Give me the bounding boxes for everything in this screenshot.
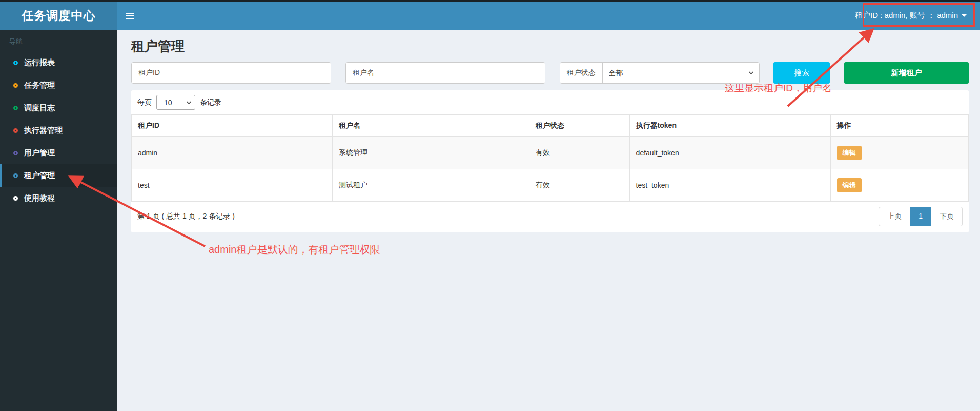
sidebar-item-tenant-management[interactable]: 租户管理 (0, 164, 117, 187)
tenant-status-label: 租户状态 (560, 63, 603, 83)
chevron-down-icon (962, 14, 967, 17)
circle-icon (13, 83, 18, 88)
user-menu[interactable]: 租户ID : admin, 账号 ： admin (855, 2, 967, 30)
page-size-prefix: 每页 (137, 98, 152, 107)
sidebar: 导航 运行报表 任务管理 调度日志 执行器管理 用户管理 租户管理 使用教程 (0, 30, 117, 411)
edit-button[interactable]: 编辑 (837, 178, 862, 192)
sidebar-item-executor-management[interactable]: 执行器管理 (0, 119, 117, 142)
column-header-tenant-name: 租户名 (332, 115, 529, 137)
cell-tenant-status: 有效 (529, 137, 629, 169)
table-panel: 每页 10 条记录 租户ID 租户名 租户状态 执行器token 操作 (131, 90, 969, 232)
cell-executor-token: default_token (629, 137, 830, 169)
next-page-button[interactable]: 下页 (931, 207, 963, 226)
circle-icon (13, 106, 18, 110)
cell-tenant-name: 测试租户 (332, 169, 529, 202)
main-content: 租户管理 租户ID 租户名 租户状态 全部 搜索 新增租户 每页 (117, 37, 980, 232)
page-size-toolbar: 每页 10 条记录 (131, 90, 969, 114)
cell-tenant-status: 有效 (529, 169, 629, 202)
filter-row: 租户ID 租户名 租户状态 全部 搜索 新增租户 (131, 62, 969, 84)
column-header-actions: 操作 (830, 115, 968, 137)
tenant-id-filter-group: 租户ID (131, 62, 331, 84)
sidebar-section-label: 导航 (0, 30, 117, 51)
add-tenant-button[interactable]: 新增租户 (844, 62, 969, 84)
circle-icon (13, 173, 18, 178)
sidebar-item-user-management[interactable]: 用户管理 (0, 142, 117, 164)
pagination: 上页 1 下页 (879, 207, 963, 226)
user-info-text: 租户ID : admin, 账号 ： admin (855, 11, 958, 21)
sidebar-item-label: 任务管理 (24, 81, 55, 90)
table-footer: 第 1 页 ( 总共 1 页，2 条记录 ) 上页 1 下页 (131, 202, 969, 232)
navbar: 租户ID : admin, 账号 ： admin (117, 2, 980, 30)
sidebar-item-label: 执行器管理 (24, 126, 63, 135)
circle-icon (13, 128, 18, 133)
table-row: test 测试租户 有效 test_token 编辑 (132, 169, 969, 202)
annotation-note-bottom: admin租户是默认的，有租户管理权限 (209, 243, 380, 257)
sidebar-item-label: 运行报表 (24, 58, 55, 68)
tenant-name-label: 租户名 (346, 63, 381, 83)
sidebar-item-tutorial[interactable]: 使用教程 (0, 187, 117, 209)
circle-icon (13, 196, 18, 201)
sidebar-toggle-icon[interactable] (126, 6, 146, 26)
tenant-status-select[interactable]: 全部 (603, 63, 759, 83)
cell-tenant-id: test (132, 169, 333, 202)
tenant-id-input[interactable] (167, 63, 331, 83)
edit-button[interactable]: 编辑 (837, 146, 862, 160)
cell-tenant-id: admin (132, 137, 333, 169)
sidebar-item-job-management[interactable]: 任务管理 (0, 74, 117, 96)
cell-executor-token: test_token (629, 169, 830, 202)
pagination-summary: 第 1 页 ( 总共 1 页，2 条记录 ) (137, 212, 235, 221)
sidebar-item-run-report[interactable]: 运行报表 (0, 51, 117, 74)
circle-icon (13, 151, 18, 155)
page-size-select[interactable]: 10 (156, 95, 195, 110)
sidebar-item-schedule-log[interactable]: 调度日志 (0, 96, 117, 119)
tenant-name-filter-group: 租户名 (345, 62, 545, 84)
page-size-suffix: 条记录 (200, 98, 221, 107)
sidebar-item-label: 用户管理 (24, 148, 55, 158)
page-1-button[interactable]: 1 (910, 207, 931, 226)
search-button[interactable]: 搜索 (773, 62, 830, 84)
circle-icon (13, 61, 18, 65)
tenant-name-input[interactable] (381, 63, 545, 83)
app-logo: 任务调度中心 (0, 2, 117, 30)
cell-tenant-name: 系统管理 (332, 137, 529, 169)
header: 任务调度中心 租户ID : admin, 账号 ： admin (0, 2, 980, 30)
tenant-status-filter-group: 租户状态 全部 (560, 62, 760, 84)
tenant-table: 租户ID 租户名 租户状态 执行器token 操作 admin 系统管理 有效 … (131, 114, 969, 202)
column-header-tenant-status: 租户状态 (529, 115, 629, 137)
sidebar-item-label: 调度日志 (24, 103, 55, 113)
tenant-id-label: 租户ID (132, 63, 167, 83)
column-header-executor-token: 执行器token (629, 115, 830, 137)
column-header-tenant-id: 租户ID (132, 115, 333, 137)
sidebar-item-label: 租户管理 (24, 171, 55, 181)
prev-page-button[interactable]: 上页 (879, 207, 910, 226)
sidebar-item-label: 使用教程 (24, 193, 55, 203)
table-header-row: 租户ID 租户名 租户状态 执行器token 操作 (132, 115, 969, 137)
table-row: admin 系统管理 有效 default_token 编辑 (132, 137, 969, 169)
page-title: 租户管理 (131, 37, 969, 55)
